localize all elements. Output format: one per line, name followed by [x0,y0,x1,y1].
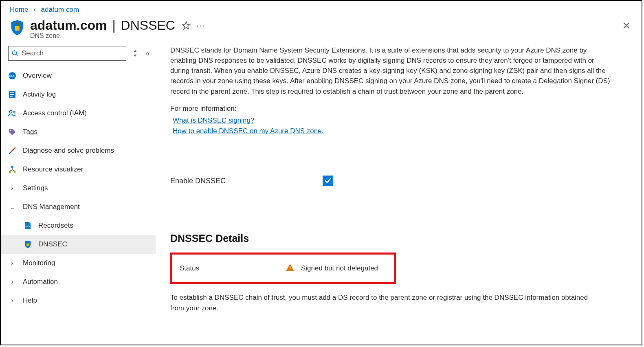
status-label: Status [180,264,286,272]
breadcrumb-separator: › [33,6,36,13]
sidebar-item-help[interactable]: › Help [1,291,156,310]
sidebar-item-monitoring[interactable]: › Monitoring [1,254,156,272]
sidebar-item-dns-management[interactable]: ⌄ DNS Management [1,198,156,216]
sidebar-item-diagnose[interactable]: Diagnose and solve problems [1,141,156,160]
shield-lock-icon [10,20,24,36]
hierarchy-icon [8,165,16,174]
page-title: adatum.com [30,18,107,33]
sidebar-item-settings[interactable]: › Settings [1,179,156,198]
svg-text:DNS: DNS [9,75,15,77]
svg-text:</>: </> [25,224,30,228]
link-how-to-enable[interactable]: How to enable DNSSEC on my Azure DNS zon… [173,126,614,136]
svg-rect-9 [10,92,14,93]
svg-point-14 [10,130,11,131]
svg-point-15 [11,166,13,168]
file-code-icon: </> [24,222,32,230]
link-what-is-dnssec[interactable]: What is DNSSEC signing? [173,115,614,126]
svg-rect-21 [290,270,290,270]
svg-rect-11 [10,96,13,97]
sidebar-item-overview[interactable]: DNS Overview [1,66,156,85]
svg-point-13 [13,111,15,113]
svg-rect-20 [290,266,290,269]
svg-point-2 [13,51,17,55]
sidebar-item-automation[interactable]: › Automation [1,272,156,291]
status-highlight-box: Status Signed but not delegated [170,253,396,284]
sidebar-item-iam[interactable]: Access control (IAM) [1,104,156,123]
svg-rect-10 [10,94,14,95]
chain-of-trust-note: To establish a DNSSEC chain of trust, yo… [170,292,602,313]
svg-rect-19 [26,244,29,246]
close-button[interactable]: ✕ [622,20,633,32]
sidebar-item-dnssec[interactable]: DNSSEC [1,235,156,254]
sidebar: « DNS Overview Activity log Access contr… [8,45,156,313]
page-header: adatum.com | DNSSEC ··· DNS zone ✕ [1,17,642,45]
globe-icon: DNS [8,72,16,80]
search-input[interactable] [21,49,123,58]
page-section: DNSSEC [121,18,175,33]
sidebar-item-resource-visualizer[interactable]: Resource visualizer [1,160,156,179]
sidebar-search[interactable] [8,46,126,61]
reorder-icon[interactable] [133,50,138,57]
breadcrumb-home[interactable]: Home [10,6,28,13]
chevron-down-icon: ⌄ [8,203,16,211]
shield-lock-small-icon [24,240,32,248]
chevron-right-icon: › [8,297,16,304]
svg-rect-0 [15,26,19,31]
search-icon [12,50,18,57]
svg-marker-1 [182,22,190,29]
sidebar-item-recordsets[interactable]: </> Recordsets [1,216,156,235]
dnssec-description: DNSSEC stands for Domain Name System Sec… [170,45,610,97]
svg-point-12 [9,110,12,113]
dnssec-details-header: DNSSEC Details [170,233,614,244]
people-icon [8,109,16,117]
resource-type-label: DNS zone [30,32,622,40]
svg-marker-4 [134,50,137,52]
check-icon [324,177,332,184]
enable-dnssec-checkbox[interactable] [323,176,333,186]
chevron-right-icon: › [8,184,16,192]
svg-point-17 [14,171,16,173]
sidebar-item-activity-log[interactable]: Activity log [1,85,156,104]
log-icon [8,90,16,99]
sidebar-item-tags[interactable]: Tags [1,123,156,141]
chevron-right-icon: › [8,259,16,267]
collapse-sidebar-icon[interactable]: « [146,49,150,58]
warning-icon [286,264,295,273]
enable-dnssec-label: Enable DNSSEC [170,177,323,185]
tag-icon [8,128,16,136]
svg-marker-5 [134,55,137,57]
main-content: DNSSEC stands for Domain Name System Sec… [156,45,614,313]
more-info-label: For more information: [170,105,614,113]
breadcrumb-zone[interactable]: adatum.com [41,6,79,13]
status-value: Signed but not delegated [301,264,378,272]
favorite-star-icon[interactable] [182,21,191,30]
svg-line-3 [16,55,18,57]
more-actions-button[interactable]: ··· [196,21,206,30]
wrench-icon [8,147,16,155]
svg-point-16 [9,171,11,173]
chevron-right-icon: › [8,278,16,286]
breadcrumb: Home › adatum.com [1,1,642,17]
